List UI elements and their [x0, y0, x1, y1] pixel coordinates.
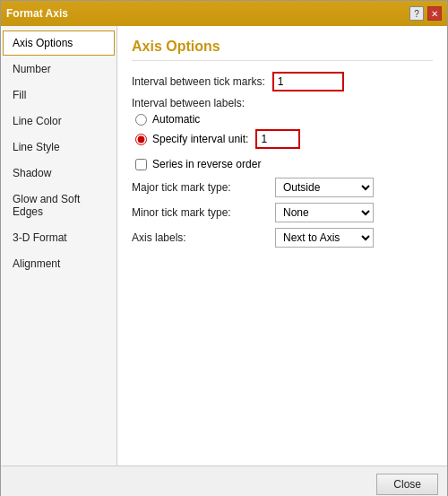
sidebar-item-3d-format[interactable]: 3-D Format [3, 225, 115, 250]
sidebar-item-line-style[interactable]: Line Style [3, 135, 115, 160]
automatic-radio[interactable] [135, 114, 147, 126]
sidebar-item-alignment[interactable]: Alignment [3, 251, 115, 276]
close-button[interactable]: Close [376, 474, 438, 495]
dialog-body: Axis Options Number Fill Line Color Line… [1, 26, 447, 466]
sidebar-item-shadow[interactable]: Shadow [3, 161, 115, 186]
automatic-label: Automatic [152, 113, 200, 126]
minor-tick-row: Minor tick mark type: None Inside Outsid… [132, 203, 433, 222]
major-tick-row: Major tick mark type: Outside Inside Cro… [132, 178, 433, 197]
series-reverse-row: Series in reverse order [135, 158, 433, 170]
title-bar-controls: ? ✕ [409, 6, 442, 21]
minor-tick-select[interactable]: None Inside Outside Cross [275, 203, 374, 222]
dialog-title: Format Axis [6, 7, 68, 20]
axis-labels-label: Axis labels: [132, 231, 275, 244]
interval-labels-label: Interval between labels: [132, 97, 433, 109]
format-axis-dialog: Format Axis ? ✕ Axis Options Number Fill… [0, 0, 448, 496]
specify-interval-label: Specify interval unit: [152, 133, 248, 145]
axis-labels-row: Axis labels: Next to Axis High Low None [132, 228, 433, 248]
interval-tick-marks-label: Interval between tick marks: [132, 75, 265, 88]
specify-interval-radio[interactable] [135, 134, 147, 145]
title-close-button[interactable]: ✕ [427, 6, 442, 21]
sidebar-item-number[interactable]: Number [3, 57, 115, 82]
axis-labels-select[interactable]: Next to Axis High Low None [275, 228, 374, 248]
title-bar: Format Axis ? ✕ [1, 1, 447, 26]
sidebar-item-fill[interactable]: Fill [3, 83, 115, 108]
series-reverse-checkbox[interactable] [135, 159, 147, 170]
minor-tick-label: Minor tick mark type: [132, 206, 275, 219]
major-tick-label: Major tick mark type: [132, 181, 275, 194]
main-title: Axis Options [132, 39, 433, 61]
sidebar-item-axis-options[interactable]: Axis Options [3, 30, 115, 56]
title-bar-left: Format Axis [6, 7, 68, 20]
series-reverse-label: Series in reverse order [152, 158, 261, 170]
help-button[interactable]: ? [409, 6, 424, 21]
sidebar: Axis Options Number Fill Line Color Line… [1, 26, 117, 466]
sidebar-item-glow-soft-edges[interactable]: Glow and Soft Edges [3, 187, 115, 224]
interval-labels-section: Interval between labels: Automatic Speci… [132, 97, 433, 152]
major-tick-select[interactable]: Outside Inside Cross None [275, 178, 374, 197]
sidebar-item-line-color[interactable]: Line Color [3, 109, 115, 134]
automatic-radio-row: Automatic [135, 113, 433, 126]
main-content: Axis Options Interval between tick marks… [117, 26, 447, 466]
interval-tick-marks-row: Interval between tick marks: [132, 72, 433, 91]
dialog-footer: Close [1, 466, 447, 496]
specify-interval-input[interactable] [255, 129, 300, 149]
specify-interval-row: Specify interval unit: [135, 129, 433, 149]
interval-tick-marks-input[interactable] [272, 72, 344, 91]
